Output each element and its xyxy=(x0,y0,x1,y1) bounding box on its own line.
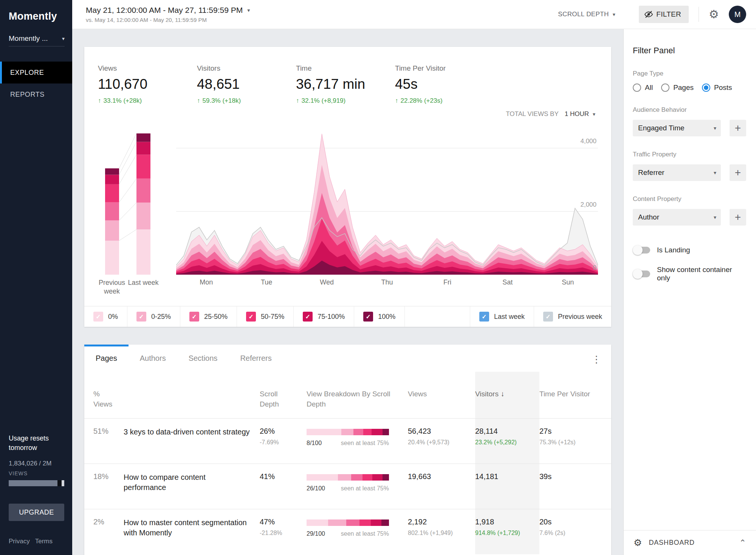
is-landing-toggle[interactable] xyxy=(634,247,650,254)
metric-dropdown[interactable]: SCROLL DEPTH ▾ xyxy=(558,11,615,18)
legend-item-25-50pct[interactable]: ✓25-50% xyxy=(180,306,237,327)
dashboard-footer[interactable]: ⚙ DASHBOARD ⌃ xyxy=(624,530,756,555)
x-axis-day-label: Sat xyxy=(502,278,513,286)
arrow-up-icon: ↑ xyxy=(197,97,200,105)
visitors-cell: 28,114 23.2% (+5,292) xyxy=(475,419,539,464)
terms-link[interactable]: Terms xyxy=(35,538,53,545)
legend-label: 25-50% xyxy=(204,313,228,321)
breakdown-note: seen at least 75% xyxy=(341,485,389,492)
legend-item-0-25pct[interactable]: ✓0-25% xyxy=(127,306,180,327)
legend-label: 0% xyxy=(108,313,118,321)
chevron-down-icon: ▾ xyxy=(714,170,716,176)
checkbox-icon[interactable]: ✓ xyxy=(543,312,553,322)
table-row[interactable]: 18% How to compare content performance 4… xyxy=(84,464,611,509)
time-per-visitor-value: 27s xyxy=(539,427,601,436)
chevron-up-icon[interactable]: ⌃ xyxy=(739,538,746,548)
sidebar-item-explore[interactable]: EXPLORE xyxy=(0,62,72,83)
radio-icon[interactable] xyxy=(702,83,710,92)
metric-value: 110,670 xyxy=(98,76,197,92)
workspace-selector[interactable]: Momently ... ▾ xyxy=(9,34,65,46)
checkbox-icon[interactable]: ✓ xyxy=(93,312,103,322)
column-header-pct-views[interactable]: % Views xyxy=(93,372,124,418)
legend-item-50-75pct[interactable]: ✓50-75% xyxy=(237,306,294,327)
table-tabs: Pages Authors Sections Referrers ⋮ xyxy=(84,345,611,372)
chevron-down-icon: ▾ xyxy=(714,214,716,220)
audience-behavior-select[interactable]: Engaged Time ▾ xyxy=(633,120,721,136)
filter-button[interactable]: FILTER xyxy=(639,6,689,23)
legend-item-75-100pct[interactable]: ✓75-100% xyxy=(294,306,354,327)
tab-pages[interactable]: Pages xyxy=(84,345,129,372)
scroll-depth-value: 41% xyxy=(260,472,297,481)
checkbox-icon[interactable]: ✓ xyxy=(189,312,199,322)
tab-sections[interactable]: Sections xyxy=(177,345,229,372)
usage-progress-fill xyxy=(9,480,57,486)
add-content-property-button[interactable]: + xyxy=(730,209,746,226)
sort-descending-icon: ↓ xyxy=(501,390,505,398)
metric-value: 36,717 min xyxy=(296,76,395,92)
privacy-link[interactable]: Privacy xyxy=(9,538,30,545)
column-header-visitors-sorted[interactable]: Visitors↓ xyxy=(475,372,539,418)
checkbox-icon[interactable]: ✓ xyxy=(363,312,373,322)
column-header-scroll-depth[interactable]: Scroll Depth xyxy=(260,372,307,418)
time-per-visitor-cell: 39s xyxy=(539,464,611,509)
select-value: Referrer xyxy=(638,169,665,177)
interval-dropdown[interactable]: 1 HOUR ▾ xyxy=(565,110,595,118)
table-row[interactable]: 51% 3 keys to data-driven content strate… xyxy=(84,418,611,464)
metric-delta: ↑22.28% (+23s) xyxy=(395,97,494,105)
column-header-view-breakdown[interactable]: View Breakdown By Scroll Depth xyxy=(307,372,408,418)
views-area-chart[interactable]: 4,0002,0000MonTueWedThuFriSatSun xyxy=(176,123,598,275)
divider xyxy=(699,7,699,22)
page-title-link[interactable]: 3 keys to data-driven content strategy xyxy=(124,419,260,464)
radio-all[interactable]: All xyxy=(633,83,653,92)
radio-posts[interactable]: Posts xyxy=(702,83,732,92)
stacked-bars-chart xyxy=(99,123,159,275)
last-week-bar-label: Last week xyxy=(125,278,161,287)
tab-referrers[interactable]: Referrers xyxy=(229,345,283,372)
show-content-container-toggle[interactable] xyxy=(634,271,650,277)
select-value: Author xyxy=(638,213,659,221)
compare-range-text: vs. May 14, 12:00:00 AM - May 20, 11:59:… xyxy=(86,17,250,23)
chevron-down-icon: ▾ xyxy=(593,111,595,117)
table-row[interactable]: 2% How to master content segmentation wi… xyxy=(84,509,611,554)
legend-label: 100% xyxy=(378,313,395,321)
time-per-visitor-cell: 27s 75.3% (+12s) xyxy=(539,419,611,464)
legend-item-100pct[interactable]: ✓100% xyxy=(354,306,405,327)
add-audience-behavior-button[interactable]: + xyxy=(730,120,746,136)
legend-item-previous-week[interactable]: ✓Previous week xyxy=(534,306,611,327)
content-property-select[interactable]: Author ▾ xyxy=(633,209,721,226)
scroll-depth-breakdown-bar xyxy=(307,429,389,435)
column-header-time-per-visitor[interactable]: Time Per Visitor xyxy=(539,372,611,418)
audience-behavior-label: Audience Behavior xyxy=(633,106,746,114)
radio-label: Pages xyxy=(673,83,694,92)
tab-authors[interactable]: Authors xyxy=(129,345,177,372)
radio-icon[interactable] xyxy=(633,83,641,92)
date-range-picker[interactable]: May 21, 12:00:00 AM - May 27, 11:59:59 P… xyxy=(86,6,250,23)
add-traffic-property-button[interactable]: + xyxy=(730,164,746,181)
breakdown-score: 26/100 xyxy=(307,485,325,492)
visitors-value: 1,918 xyxy=(475,518,530,526)
radio-pages[interactable]: Pages xyxy=(661,83,694,92)
views-cell: 19,663 xyxy=(408,464,475,509)
sidebar-item-reports[interactable]: REPORTS xyxy=(0,83,72,105)
traffic-property-select[interactable]: Referrer ▾ xyxy=(633,164,721,181)
kebab-menu-icon[interactable]: ⋮ xyxy=(592,354,601,365)
visitors-cell: 14,181 xyxy=(475,464,539,509)
checkbox-icon[interactable]: ✓ xyxy=(303,312,313,322)
legend-item-last-week[interactable]: ✓Last week xyxy=(470,306,534,327)
page-title-link[interactable]: How to master content segmentation with … xyxy=(124,509,260,554)
traffic-property-label: Traffic Property xyxy=(633,151,746,158)
checkbox-icon[interactable]: ✓ xyxy=(246,312,256,322)
column-header-views[interactable]: Views xyxy=(408,372,475,418)
radio-icon[interactable] xyxy=(661,83,669,92)
legend-item-0pct[interactable]: ✓0% xyxy=(84,306,127,327)
settings-gear-icon[interactable]: ⚙ xyxy=(709,9,719,20)
usage-title: Usage resets tomorrow xyxy=(9,434,58,452)
checkbox-icon[interactable]: ✓ xyxy=(479,312,489,322)
metric-label: Time Per Visitor xyxy=(395,64,494,73)
upgrade-button[interactable]: UPGRADE xyxy=(9,504,64,521)
metric-delta-text: 59.3% (+18k) xyxy=(203,97,241,105)
checkbox-icon[interactable]: ✓ xyxy=(136,312,146,322)
page-title-link[interactable]: How to compare content performance xyxy=(124,464,260,509)
avatar[interactable]: M xyxy=(729,6,746,23)
scroll-depth-cell: 41% xyxy=(260,464,307,509)
